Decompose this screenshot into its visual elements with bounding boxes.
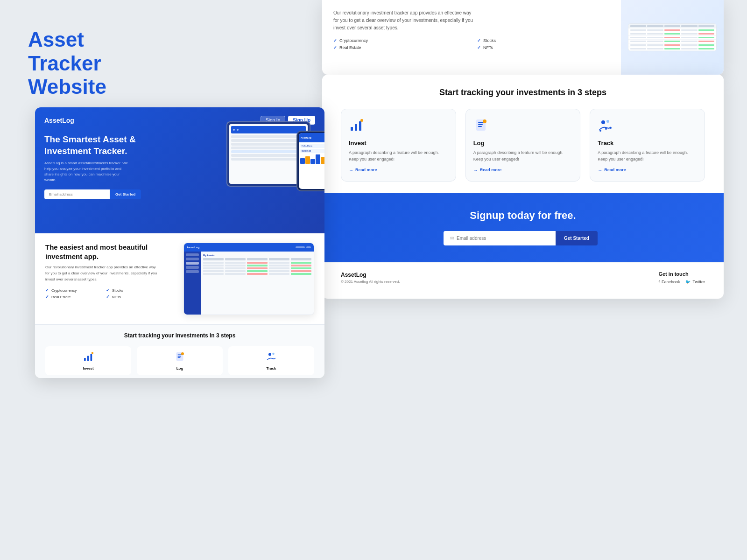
step-card-invest: Invest A paragraph describing a feature … — [341, 109, 456, 182]
feature-nfts: ✓ NFTs — [106, 294, 157, 299]
hero-email-input[interactable] — [44, 189, 110, 199]
log-icon — [473, 118, 573, 136]
svg-point-12 — [605, 128, 607, 130]
track-name: Track — [598, 140, 697, 147]
signup-title: Signup today for free. — [470, 210, 576, 222]
mini-table-preview — [628, 23, 717, 51]
log-desc: A paragraph describing a feature will be… — [473, 149, 573, 163]
hero-cta-button[interactable]: Get Started — [110, 189, 141, 199]
invest-read-more[interactable]: → Read more — [349, 168, 448, 173]
footer-right: Get in touch f Facebook 🐦 Twitter — [658, 271, 705, 284]
check-icon: ✓ — [45, 288, 49, 293]
svg-point-8 — [483, 119, 486, 123]
three-steps-section: Start tracking your investments in 3 ste… — [322, 75, 724, 193]
track-icon — [598, 118, 697, 136]
svg-point-10 — [606, 120, 609, 123]
svg-rect-14 — [84, 358, 86, 361]
footer-left: AssetLog © 2021 Assetlog All rights rese… — [341, 272, 400, 284]
page-label: Asset Tracker Website — [28, 28, 149, 99]
check-icon: ✓ — [477, 38, 481, 43]
log-read-more[interactable]: → Read more — [473, 168, 573, 173]
svg-rect-5 — [478, 122, 484, 123]
footer-twitter-link[interactable]: 🐦 Twitter — [685, 280, 705, 284]
invest-desc: A paragraph describing a feature will be… — [349, 149, 448, 163]
hero-section: AssetLog Sign In Sign Up The Smartest As… — [35, 107, 324, 233]
svg-point-9 — [601, 120, 605, 124]
feature-real-estate: ✓ Real Estate — [45, 294, 97, 299]
signup-email-wrapper: ✉ — [444, 231, 556, 245]
feature-crypto: ✓ Cryptocurrency — [45, 288, 97, 293]
svg-rect-1 — [355, 124, 357, 131]
check-icon: ✓ — [106, 294, 110, 299]
content-desc: Our revolutionary investment tracker app… — [45, 265, 157, 282]
right-top-desc: Our revolutionary investment tracker app… — [333, 9, 473, 32]
app-screenshot: AssetLog — [183, 243, 314, 315]
feature-stocks: ✓ Stocks — [477, 38, 610, 43]
steps-cards: Invest A paragraph describing a feature … — [341, 109, 705, 182]
footer-links: f Facebook 🐦 Twitter — [658, 280, 705, 284]
hero-input-row: Get Started — [44, 189, 147, 199]
browser-content: The easiest and most beautiful investmen… — [35, 233, 324, 324]
invest-icon-mini — [50, 351, 127, 364]
log-label-mini: Log — [141, 366, 218, 371]
svg-rect-19 — [178, 355, 182, 356]
svg-rect-16 — [91, 354, 92, 361]
feature-crypto: ✓ Cryptocurrency — [333, 38, 466, 43]
invest-name: Invest — [349, 140, 448, 147]
check-icon: ✓ — [333, 45, 337, 50]
invest-icon — [349, 118, 448, 136]
footer-get-in-touch: Get in touch — [658, 271, 705, 277]
content-title: The easiest and most beautiful investmen… — [45, 243, 157, 261]
signup-banner: Signup today for free. ✉ Get Started — [322, 193, 724, 262]
footer-copyright: © 2021 Assetlog All rights reserved. — [341, 280, 400, 284]
svg-rect-15 — [87, 356, 89, 361]
signup-get-started-button[interactable]: Get Started — [556, 231, 598, 245]
signup-email-input[interactable] — [457, 236, 549, 241]
svg-point-3 — [360, 119, 363, 122]
arrow-icon: → — [473, 168, 478, 173]
steps-title: Start tracking your investments in 3 ste… — [341, 88, 705, 98]
steps-title-mini: Start tracking your investments in 3 ste… — [45, 332, 314, 339]
svg-rect-0 — [351, 127, 353, 131]
track-read-more[interactable]: → Read more — [598, 168, 697, 173]
step-card-log: Log A paragraph describing a feature wil… — [465, 109, 581, 182]
footer-logo: AssetLog — [341, 272, 400, 278]
feature-list: ✓ Cryptocurrency ✓ Stocks ✓ Real Estate … — [45, 288, 157, 299]
hero-device: AssetLog Hello, Diana $12,879.20 — [217, 117, 324, 229]
feature-stocks: ✓ Stocks — [106, 288, 157, 293]
svg-point-13 — [610, 127, 612, 129]
hero-desc: AssetLog is a smart asset/investments tr… — [44, 161, 128, 183]
check-icon: ✓ — [45, 294, 49, 299]
check-icon: ✓ — [477, 45, 481, 50]
page-title: Asset Tracker Website — [28, 28, 149, 99]
svg-rect-21 — [178, 357, 181, 358]
svg-point-23 — [268, 353, 271, 356]
browser-right-top: Our revolutionary investment tracker app… — [322, 0, 724, 75]
check-icon: ✓ — [333, 38, 337, 43]
svg-rect-20 — [178, 356, 182, 357]
invest-label-mini: Invest — [50, 366, 127, 371]
hero-title: The Smartest Asset & Investment Tracker. — [44, 134, 138, 157]
log-name: Log — [473, 140, 573, 147]
track-icon-mini — [233, 351, 310, 364]
svg-point-11 — [599, 130, 601, 132]
app-screenshot-logo: AssetLog — [187, 246, 199, 249]
feature-real-estate: ✓ Real Estate — [333, 45, 466, 50]
footer: AssetLog © 2021 Assetlog All rights rese… — [322, 262, 724, 293]
browser-right-main: Start tracking your investments in 3 ste… — [322, 75, 724, 299]
hero-logo: AssetLog — [44, 117, 74, 124]
twitter-icon: 🐦 — [685, 280, 691, 284]
email-icon: ✉ — [450, 236, 454, 241]
footer-facebook-link[interactable]: f Facebook — [658, 280, 680, 284]
right-top-text: Our revolutionary investment tracker app… — [322, 0, 621, 75]
svg-point-17 — [92, 352, 94, 354]
svg-rect-2 — [359, 121, 361, 131]
track-desc: A paragraph describing a feature will be… — [598, 149, 697, 163]
right-top-features: ✓ Cryptocurrency ✓ Stocks ✓ Real Estate … — [333, 38, 610, 50]
steps-row-mini: Invest Log — [45, 346, 314, 375]
signup-input-row: ✉ Get Started — [444, 231, 602, 245]
phone-mockup: AssetLog Hello, Diana $12,879.20 — [296, 131, 324, 191]
arrow-icon: → — [349, 168, 353, 173]
svg-point-22 — [181, 352, 184, 355]
check-icon: ✓ — [106, 288, 110, 293]
